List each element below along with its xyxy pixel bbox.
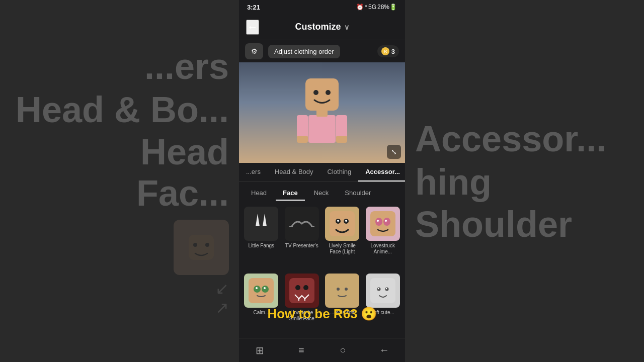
- bg-right-text-3: Shoulder: [415, 204, 572, 245]
- svg-point-25: [254, 286, 261, 293]
- svg-point-18: [345, 220, 347, 222]
- toolbar: ⚙ Adjust clothing order R 3: [239, 40, 405, 62]
- svg-point-36: [377, 287, 380, 291]
- item-name: How to be Smile Face: [284, 310, 320, 322]
- svg-rect-9: [305, 78, 339, 111]
- tab-accessories[interactable]: Accessor...: [358, 163, 405, 182]
- item-name: Lively Smile Face (Light: [324, 243, 361, 255]
- coins-count: 3: [391, 48, 395, 55]
- svg-point-28: [264, 287, 266, 289]
- expand-button[interactable]: ⤡: [387, 145, 401, 159]
- bg-right-text-2: hing: [415, 160, 492, 204]
- adjust-order-button[interactable]: ⚙: [245, 43, 263, 59]
- background-left: ...ers Head & Bo... Head Fac... ↙↗: [0, 0, 239, 362]
- svg-point-33: [337, 288, 340, 291]
- tab-head-body[interactable]: Head & Body: [268, 163, 320, 182]
- item-name: TV Presenter's: [285, 243, 318, 249]
- svg-point-26: [262, 286, 269, 293]
- item-name: Lovestruck Anime...: [365, 243, 401, 255]
- nav-menu-button[interactable]: ≡: [292, 341, 310, 359]
- svg-rect-19: [370, 211, 395, 236]
- svg-point-21: [383, 218, 390, 226]
- nav-title: Customize ∨: [295, 22, 349, 32]
- nav-chevron-icon[interactable]: ∨: [344, 23, 349, 31]
- list-item[interactable]: Calm...: [241, 269, 282, 336]
- back-button[interactable]: ←: [246, 20, 259, 35]
- svg-rect-6: [297, 136, 308, 143]
- list-item[interactable]: Little Fangs: [241, 203, 282, 269]
- item-thumbnail: [244, 207, 278, 241]
- svg-point-2: [205, 243, 209, 247]
- svg-point-23: [385, 220, 387, 222]
- background-right: Accessor... hing Shoulder: [405, 0, 644, 362]
- bg-left-text-4: Fac...: [136, 172, 229, 214]
- svg-point-20: [375, 218, 382, 226]
- svg-rect-0: [189, 235, 214, 260]
- svg-point-10: [313, 90, 318, 95]
- bg-right-text-1: Accessor...: [415, 117, 606, 160]
- tab-layers[interactable]: ...ers: [239, 163, 268, 182]
- avatar-preview: ⤡: [239, 62, 405, 163]
- svg-point-17: [337, 220, 339, 222]
- item-name: Calm...: [253, 310, 269, 316]
- signal-icon: 5G: [368, 4, 376, 11]
- battery-icon: 28%🔋: [377, 4, 397, 11]
- svg-rect-35: [370, 278, 395, 303]
- status-icons: ⏰ * 5G 28%🔋: [356, 4, 397, 11]
- svg-point-37: [385, 287, 388, 291]
- item-thumbnail: [366, 207, 400, 241]
- list-item[interactable]: Lively Smile Face (Light: [322, 203, 363, 269]
- svg-rect-32: [330, 278, 355, 303]
- svg-point-11: [326, 90, 331, 95]
- phone-frame: 3:21 ⏰ * 5G 28%🔋 ← Customize ∨ ⚙ Adjust …: [239, 0, 405, 362]
- svg-point-31: [303, 285, 308, 290]
- bluetooth-icon: *: [365, 4, 367, 11]
- item-thumbnail: [285, 274, 319, 308]
- subtab-face[interactable]: Face: [276, 186, 305, 201]
- nav-bar: ← Customize ∨: [239, 14, 405, 40]
- status-bar: 3:21 ⏰ * 5G 28%🔋: [239, 0, 405, 14]
- svg-rect-5: [336, 115, 347, 138]
- nav-title-text: Customize: [295, 22, 341, 32]
- subtab-shoulder[interactable]: Shoulder: [338, 186, 378, 201]
- coins-display: R 3: [377, 45, 399, 57]
- bg-left-text-3: Head: [140, 131, 229, 172]
- svg-point-27: [256, 287, 258, 289]
- svg-rect-4: [297, 115, 308, 138]
- svg-point-1: [193, 243, 197, 247]
- list-item[interactable]: How to be Smile Face: [282, 269, 323, 336]
- sliders-icon: ⚙: [251, 47, 258, 55]
- adjust-tooltip: Adjust clothing order: [268, 45, 340, 58]
- list-item[interactable]: soft cute...: [363, 269, 404, 336]
- bottom-nav: ⊞ ≡ ○ ←: [239, 338, 405, 362]
- bg-left-text-1: ...ers: [144, 45, 229, 88]
- sub-tabs: Head Face Neck Shoulder: [239, 182, 405, 201]
- subtab-neck[interactable]: Neck: [307, 186, 336, 201]
- items-grid: Little Fangs TV Presenter's: [239, 201, 405, 338]
- item-name: ...eyes soft: [330, 310, 354, 316]
- svg-point-39: [386, 288, 387, 289]
- list-item[interactable]: Lovestruck Anime...: [363, 203, 404, 269]
- svg-point-38: [378, 288, 379, 289]
- svg-point-30: [295, 285, 300, 290]
- svg-rect-29: [289, 278, 314, 303]
- bg-left-avatar: [174, 220, 229, 275]
- svg-rect-3: [308, 115, 336, 143]
- subtab-head[interactable]: Head: [244, 186, 274, 201]
- nav-home-button[interactable]: ○: [334, 341, 352, 359]
- tab-clothing[interactable]: Clothing: [320, 163, 359, 182]
- list-item[interactable]: ...eyes soft: [322, 269, 363, 336]
- item-thumbnail: [285, 207, 319, 241]
- bg-left-text-2: Head & Bo...: [16, 88, 229, 131]
- bg-left-arrows: ↙↗: [215, 279, 229, 317]
- alarm-icon: ⏰: [356, 4, 364, 11]
- nav-back-button[interactable]: ←: [375, 341, 393, 359]
- svg-rect-7: [336, 136, 347, 143]
- svg-point-34: [345, 288, 348, 291]
- list-item[interactable]: TV Presenter's: [282, 203, 323, 269]
- item-thumbnail: [325, 274, 359, 308]
- svg-rect-24: [249, 278, 274, 303]
- nav-grid-button[interactable]: ⊞: [251, 341, 269, 359]
- status-time: 3:21: [247, 4, 260, 11]
- item-thumbnail: [366, 274, 400, 308]
